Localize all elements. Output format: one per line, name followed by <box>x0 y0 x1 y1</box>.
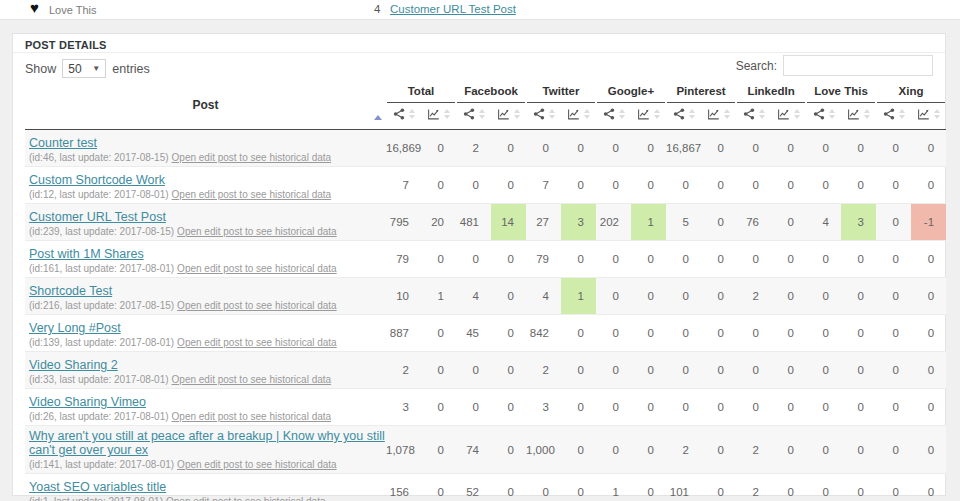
open-edit-post-link[interactable]: Open edit post to see historical data <box>172 411 332 422</box>
metric-cell: 0 <box>491 426 526 474</box>
open-edit-post-link[interactable]: Open edit post to see historical data <box>177 300 337 311</box>
metric-cell: 842 <box>526 315 561 352</box>
metric-cell: 2 <box>456 130 491 167</box>
sort-carets-icon <box>864 109 870 119</box>
share-alt-icon <box>533 108 545 120</box>
metric-cell: 0 <box>701 130 736 167</box>
trend-sort-header[interactable] <box>841 103 876 130</box>
share-count-sort-header[interactable] <box>386 103 421 130</box>
post-title-link[interactable]: Video Sharing Vimeo <box>29 395 146 409</box>
sort-ascending-icon <box>374 115 382 120</box>
sort-carets-icon <box>829 109 835 119</box>
post-title-link[interactable]: Post with 1M Shares <box>29 247 144 261</box>
metric-cell: 0 <box>771 474 806 501</box>
open-edit-post-link[interactable]: Open edit post to see historical data <box>177 263 337 274</box>
metric-cell: 45 <box>456 315 491 352</box>
trend-sort-header[interactable] <box>771 103 806 130</box>
metric-cell: 4 <box>806 204 841 241</box>
trend-sort-header[interactable] <box>421 103 456 130</box>
share-alt-icon <box>743 108 755 120</box>
share-count-sort-header[interactable] <box>456 103 491 130</box>
post-title-link[interactable]: Yoast SEO variables title <box>29 480 166 494</box>
trend-sort-header[interactable] <box>561 103 596 130</box>
metric-cell: 0 <box>491 352 526 389</box>
column-group-header: Facebook <box>456 81 526 103</box>
open-edit-post-link[interactable]: Open edit post to see historical data <box>166 496 326 501</box>
search-label: Search: <box>736 59 777 73</box>
share-count-sort-header[interactable] <box>526 103 561 130</box>
customer-url-test-post-link[interactable]: Customer URL Test Post <box>390 3 516 15</box>
post-details-panel: POST DETAILS Show 50 ▼ entries Search: P… <box>12 33 946 496</box>
post-column-sort-header[interactable]: Post <box>25 81 386 130</box>
share-count-sort-header[interactable] <box>596 103 631 130</box>
metric-cell: 0 <box>666 315 701 352</box>
open-edit-post-link[interactable]: Open edit post to see historical data <box>172 189 332 200</box>
metric-cell: 156 <box>386 474 421 501</box>
column-group-label: Pinterest <box>667 81 735 103</box>
post-title-link[interactable]: Custom Shortcode Work <box>29 173 165 187</box>
post-title-link[interactable]: Customer URL Test Post <box>29 210 166 224</box>
chart-line-icon <box>847 108 860 120</box>
metric-cell: 0 <box>596 389 631 426</box>
share-count-sort-header[interactable] <box>736 103 771 130</box>
metric-cell: 79 <box>386 241 421 278</box>
post-title-link[interactable]: Very Long #Post <box>29 321 121 335</box>
metric-cell: 0 <box>771 315 806 352</box>
column-group-header: Pinterest <box>666 81 736 103</box>
open-edit-post-link[interactable]: Open edit post to see historical data <box>177 459 337 470</box>
post-title-link[interactable]: Why aren't you still at peace after a br… <box>29 429 386 457</box>
open-edit-post-link[interactable]: Open edit post to see historical data <box>172 152 332 163</box>
metric-cell: 0 <box>876 474 911 501</box>
metric-cell: 0 <box>421 241 456 278</box>
table-row: Why aren't you still at peace after a br… <box>25 426 946 474</box>
post-meta-text: (id:33, last update: 2017-08-01) <box>29 374 169 385</box>
post-title-link[interactable]: Video Sharing 2 <box>29 358 118 372</box>
metric-cell: 0 <box>631 474 666 501</box>
metric-cell: 0 <box>911 130 946 167</box>
sort-carets-icon <box>759 109 765 119</box>
metric-cell: 0 <box>666 389 701 426</box>
trend-sort-header[interactable] <box>911 103 946 130</box>
post-meta: (id:216, last update: 2017-08-15)Open ed… <box>29 300 386 311</box>
open-edit-post-link[interactable]: Open edit post to see historical data <box>177 226 337 237</box>
post-title-link[interactable]: Shortcode Test <box>29 284 112 298</box>
metric-cell: 7 <box>386 167 421 204</box>
metric-cell: 3 <box>561 204 596 241</box>
share-count-sort-header[interactable] <box>806 103 841 130</box>
search-input[interactable] <box>783 55 933 76</box>
trend-sort-header[interactable] <box>701 103 736 130</box>
share-count-sort-header[interactable] <box>876 103 911 130</box>
metric-cell: 0 <box>876 241 911 278</box>
previous-table-summary-row: ♥ Love This 4 Customer URL Test Post <box>0 0 960 20</box>
share-count-sort-header[interactable] <box>666 103 701 130</box>
metric-cell: 0 <box>771 167 806 204</box>
metric-cell: 0 <box>771 241 806 278</box>
table-row: Shortcode Test(id:216, last update: 2017… <box>25 278 946 315</box>
metric-cell: 795 <box>386 204 421 241</box>
metric-cell: 887 <box>386 315 421 352</box>
table-row: Customer URL Test Post(id:239, last upda… <box>25 204 946 241</box>
post-meta: (id:139, last update: 2017-08-01)Open ed… <box>29 337 386 348</box>
metric-cell: 0 <box>771 204 806 241</box>
open-edit-post-link[interactable]: Open edit post to see historical data <box>177 337 337 348</box>
metric-cell: 0 <box>631 241 666 278</box>
metric-cell: 0 <box>631 426 666 474</box>
metric-cell: 0 <box>911 389 946 426</box>
post-cell: Counter test(id:46, last update: 2017-08… <box>25 130 386 167</box>
metric-cell: 0 <box>421 167 456 204</box>
metric-cell: 0 <box>596 167 631 204</box>
column-group-header: Google+ <box>596 81 666 103</box>
trend-sort-header[interactable] <box>631 103 666 130</box>
metric-cell: 0 <box>876 204 911 241</box>
post-cell: Shortcode Test(id:216, last update: 2017… <box>25 278 386 315</box>
trend-sort-header[interactable] <box>491 103 526 130</box>
metric-cell: 0 <box>701 352 736 389</box>
open-edit-post-link[interactable]: Open edit post to see historical data <box>172 374 332 385</box>
entries-length-select[interactable]: 50 ▼ <box>62 59 106 78</box>
metric-cell: 0 <box>771 426 806 474</box>
metric-cell: 0 <box>771 389 806 426</box>
post-title-link[interactable]: Counter test <box>29 136 97 150</box>
post-cell: Customer URL Test Post(id:239, last upda… <box>25 204 386 241</box>
entries-length-value: 50 <box>68 62 81 76</box>
metric-cell: 0 <box>631 315 666 352</box>
